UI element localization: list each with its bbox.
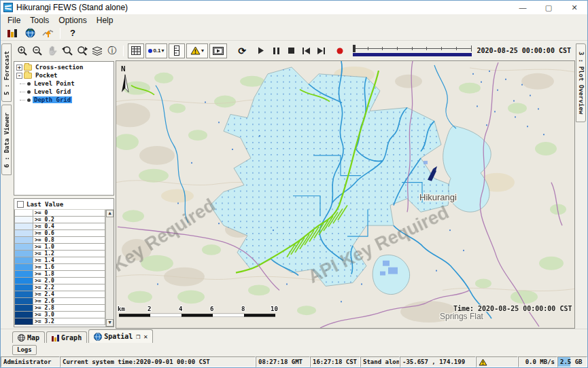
bar-chart-icon	[52, 334, 59, 342]
zoom-next-button[interactable]	[75, 43, 90, 58]
legend-row: >= 2.8	[14, 305, 105, 312]
movie-player-button[interactable]	[209, 43, 227, 58]
svg-text:4: 4	[179, 306, 182, 312]
legend-row: >= 1.2	[14, 251, 105, 257]
pan-hand-button[interactable]: ✋	[45, 43, 60, 58]
tab-label: Graph	[61, 334, 82, 342]
timeseries-display-icon[interactable]	[39, 26, 56, 40]
status-mode: Stand alone	[360, 356, 400, 367]
grid-display-button[interactable]	[128, 43, 144, 58]
svg-text:10: 10	[271, 306, 278, 312]
globe-map-icon[interactable]	[21, 26, 39, 40]
close-button[interactable]: ✕	[561, 1, 587, 14]
legend-swatch	[14, 312, 33, 318]
legend-row: >= 3.2	[14, 318, 105, 325]
menu-file[interactable]: File	[3, 16, 25, 25]
maximize-button[interactable]: ▢	[536, 1, 561, 14]
legend-label: >= 3.0	[33, 312, 105, 318]
bottom-tab-bar: Map Graph Spatial ❒ ✕	[1, 329, 587, 343]
collapse-icon[interactable]: -	[16, 73, 22, 79]
layer-tree: + Cross-section - Pocket Level Point	[14, 61, 114, 196]
globe-icon	[18, 334, 25, 342]
warning-threshold-dropdown[interactable]: ▾	[186, 43, 208, 58]
legend-label: >= 0.2	[33, 217, 105, 223]
legend-label: >= 2.8	[33, 305, 105, 312]
scroll-down-icon[interactable]: ▼	[106, 319, 114, 327]
map-toolbar: ✋ ⓘ 0.1 ▾ ▾ ⟳	[12, 41, 575, 60]
explorer-chart-icon[interactable]	[3, 26, 21, 40]
svg-text:8: 8	[241, 306, 245, 312]
map-view[interactable]: API Key Required API Key Required N km 2…	[116, 60, 575, 329]
legend-row: >= 0.6	[14, 230, 105, 237]
tab-graph[interactable]: Graph	[46, 331, 87, 343]
tree-item-cross-section[interactable]: + Cross-section	[15, 63, 113, 71]
tab-maximize-icon[interactable]: ❒	[136, 333, 140, 340]
folder-icon	[24, 73, 32, 79]
legend-scrollbar[interactable]: ▲ ▼	[105, 210, 114, 327]
status-warning[interactable]	[476, 356, 518, 367]
pause-button[interactable]	[269, 43, 283, 58]
warning-icon	[479, 358, 487, 366]
menu-tools[interactable]: Tools	[25, 16, 54, 25]
tab-forecast[interactable]: 5 : Forecast	[1, 43, 12, 102]
record-button[interactable]	[332, 43, 347, 58]
info-button[interactable]: ⓘ	[105, 43, 120, 58]
legend-swatch	[14, 264, 33, 271]
help-button[interactable]: ?	[64, 26, 82, 40]
tree-connector	[20, 92, 25, 92]
data-viewer-panel: + Cross-section - Pocket Level Point	[12, 60, 116, 329]
window-title: Hikurangi FEWS (Stand alone)	[16, 3, 128, 12]
right-tab-strip: 3 : Plot Overview	[575, 41, 587, 329]
grid-interval-dropdown[interactable]: 0.1 ▾	[145, 43, 167, 58]
logs-button[interactable]: Logs	[12, 345, 37, 355]
svg-text:6: 6	[210, 306, 213, 312]
title-bar: Hikurangi FEWS (Stand alone) — ▢ ✕	[1, 1, 587, 14]
minimize-button[interactable]: —	[510, 1, 536, 14]
legend-row: >= 2.6	[14, 298, 105, 305]
legend-header: Last Value	[14, 199, 114, 210]
legend-swatch	[14, 318, 33, 325]
map-canvas: API Key Required API Key Required N km 2…	[116, 61, 574, 328]
svg-text:2: 2	[148, 306, 151, 312]
tree-item-depth-grid[interactable]: Depth Grid	[15, 96, 113, 104]
tree-item-level-point[interactable]: Level Point	[15, 79, 113, 88]
zoom-previous-button[interactable]	[60, 43, 75, 58]
animation-clock-button[interactable]: ⟳	[235, 43, 249, 58]
status-system-time: Current system time:2020-09-01 00:00 CST	[60, 356, 256, 367]
time-slider-handle[interactable]	[353, 45, 356, 52]
tree-item-label-selected: Depth Grid	[33, 96, 72, 103]
tab-data-viewer[interactable]: 6 : Data Viewer	[1, 105, 12, 175]
tab-close-icon[interactable]: ✕	[143, 333, 148, 340]
legend-swatch	[14, 271, 33, 278]
legend-label: >= 1.8	[33, 271, 105, 278]
toolbar-separator	[60, 28, 60, 39]
skip-to-end-button[interactable]	[313, 43, 328, 58]
stop-button[interactable]	[283, 43, 298, 58]
expand-icon[interactable]: +	[16, 65, 22, 71]
tab-map[interactable]: Map	[12, 331, 45, 343]
place-label-hikurangi: Hikurangi	[419, 192, 457, 202]
scroll-up-icon[interactable]: ▲	[106, 210, 114, 217]
menu-options[interactable]: Options	[54, 16, 91, 25]
time-slider[interactable]	[351, 43, 473, 58]
legend-list: >= 0 >= 0.2 >= 0.4 >= 0.6 >= 0.8 >= 1.0 …	[14, 210, 114, 327]
tree-item-pocket[interactable]: - Pocket	[15, 71, 113, 79]
play-button[interactable]	[254, 43, 269, 58]
skip-to-start-button[interactable]	[298, 43, 313, 58]
legend-title: Last Value	[27, 201, 63, 208]
scale-ruler-button[interactable]	[169, 43, 185, 58]
tab-plot-overview[interactable]: 3 : Plot Overview	[576, 43, 586, 122]
tree-item-level-grid[interactable]: Level Grid	[15, 88, 113, 96]
legend-label: >= 0.6	[33, 230, 105, 237]
toolbar-separator	[123, 45, 124, 56]
zoom-out-button[interactable]	[30, 43, 45, 58]
last-value-checkbox[interactable]	[17, 201, 24, 208]
legend-row: >= 2.4	[14, 291, 105, 298]
legend-swatch	[14, 217, 33, 223]
tab-spatial[interactable]: Spatial ❒ ✕	[88, 329, 153, 343]
zoom-in-button[interactable]	[15, 43, 30, 58]
menu-help[interactable]: Help	[92, 16, 118, 25]
layers-button[interactable]	[90, 43, 105, 58]
chevron-down-icon: ▾	[201, 48, 204, 54]
legend-row: >= 1.0	[14, 244, 105, 251]
